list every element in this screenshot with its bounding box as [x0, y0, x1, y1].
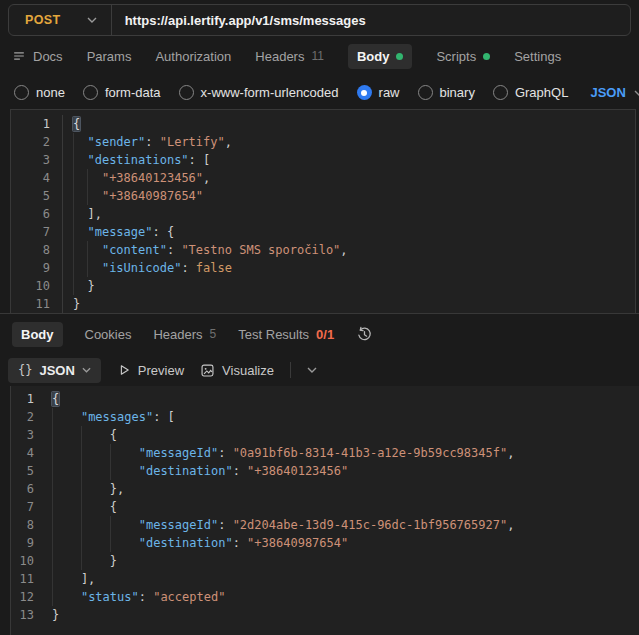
body-type-graphql[interactable]: GraphQL	[493, 85, 568, 100]
response-tab-headers[interactable]: Headers 5	[153, 327, 216, 342]
code-line[interactable]: 5 "+38640987654"	[11, 187, 635, 205]
indent-guide	[110, 534, 111, 552]
indent-guide	[73, 241, 74, 259]
code-line[interactable]: 6 ],	[11, 205, 635, 223]
line-number: 7	[11, 223, 63, 241]
indent-guide	[73, 259, 74, 277]
line-number: 9	[11, 259, 63, 277]
code-line[interactable]: 8 "messageId": "2d204abe-13d9-415c-96dc-…	[11, 516, 639, 534]
code-line[interactable]: 8 "content": "Testno SMS sporočilo",	[11, 241, 635, 259]
response-tab-test-results[interactable]: Test Results 0/1	[238, 327, 334, 342]
line-number: 8	[11, 241, 63, 259]
code-text: {	[52, 426, 639, 444]
indent-guide	[52, 516, 53, 534]
method-selector[interactable]: POST	[9, 5, 111, 35]
radio-icon	[83, 85, 98, 100]
radio-selected-icon	[357, 85, 372, 100]
indent-guide	[110, 516, 111, 534]
radio-icon	[493, 85, 508, 100]
divider	[290, 362, 291, 378]
code-text: {	[52, 390, 639, 408]
code-line[interactable]: 3 "destinations": [	[11, 151, 635, 169]
url-input[interactable]: https://api.lertify.app/v1/sms/messages	[112, 13, 366, 28]
code-line[interactable]: 2 "sender": "Lertify",	[11, 133, 635, 151]
code-text: "messages": [	[52, 408, 639, 426]
indent-guide	[87, 187, 88, 205]
request-body-editor[interactable]: 1{2 "sender": "Lertify",3 "destinations"…	[10, 109, 636, 313]
chevron-down-icon	[307, 367, 317, 373]
response-body-editor[interactable]: 1{2 "messages": [3 {4 "messageId": "0a91…	[10, 386, 639, 635]
tab-headers[interactable]: Headers 11	[255, 49, 324, 64]
code-line[interactable]: 7 "message": {	[11, 223, 635, 241]
indent-guide	[87, 169, 88, 187]
code-line[interactable]: 4 "+38640123456",	[11, 169, 635, 187]
play-icon	[117, 363, 131, 377]
code-text: {	[73, 115, 635, 133]
code-text: "messageId": "2d204abe-13d9-415c-96dc-1b…	[52, 516, 639, 534]
body-type-none[interactable]: none	[14, 85, 65, 100]
preview-button[interactable]: Preview	[117, 363, 184, 378]
headers-count-badge: 11	[311, 49, 323, 63]
code-line[interactable]: 7 {	[11, 498, 639, 516]
test-results-count: 0/1	[316, 327, 334, 342]
indent-guide	[52, 534, 53, 552]
code-text: "+38640987654"	[73, 187, 635, 205]
tab-docs[interactable]: Docs	[12, 49, 63, 64]
response-tab-body[interactable]: Body	[12, 322, 63, 347]
body-type-binary[interactable]: binary	[418, 85, 475, 100]
code-line[interactable]: 2 "messages": [	[11, 408, 639, 426]
indent-guide	[73, 169, 74, 187]
code-text: }	[73, 277, 635, 295]
indent-guide	[73, 133, 74, 151]
tab-scripts[interactable]: Scripts	[436, 49, 490, 64]
raw-language-dropdown[interactable]: JSON	[590, 85, 639, 100]
code-text: "status": "accepted"	[52, 588, 639, 606]
tab-params[interactable]: Params	[87, 49, 132, 64]
code-line[interactable]: 1{	[11, 115, 635, 133]
code-line[interactable]: 3 {	[11, 426, 639, 444]
tab-authorization[interactable]: Authorization	[155, 49, 231, 64]
code-text: ],	[73, 205, 635, 223]
body-type-urlencoded[interactable]: x-www-form-urlencoded	[179, 85, 339, 100]
history-clock-icon	[356, 326, 373, 343]
api-client-window: POST https://api.lertify.app/v1/sms/mess…	[0, 0, 639, 635]
indent-guide	[110, 462, 111, 480]
response-toolbar: {} JSON Preview Visualize	[0, 354, 639, 386]
tab-settings[interactable]: Settings	[514, 49, 561, 64]
body-type-form-data[interactable]: form-data	[83, 85, 161, 100]
code-line[interactable]: 1{	[11, 390, 639, 408]
code-line[interactable]: 9 "isUnicode": false	[11, 259, 635, 277]
code-line[interactable]: 11 ],	[11, 570, 639, 588]
response-tab-cookies[interactable]: Cookies	[85, 327, 132, 342]
code-line[interactable]: 9 "destination": "+38640987654"	[11, 534, 639, 552]
code-line[interactable]: 10 }	[11, 277, 635, 295]
indent-guide	[52, 408, 53, 426]
line-number: 6	[11, 205, 63, 223]
response-format-dropdown[interactable]: {} JSON	[8, 358, 101, 383]
code-text: "isUnicode": false	[73, 259, 635, 277]
body-type-raw[interactable]: raw	[357, 85, 400, 100]
code-line[interactable]: 11}	[11, 295, 635, 313]
indent-guide	[81, 498, 82, 516]
response-history-button[interactable]	[356, 326, 373, 343]
chevron-down-icon	[634, 90, 639, 96]
code-line[interactable]: 13}	[11, 606, 639, 624]
indent-guide	[52, 570, 53, 588]
line-number: 11	[11, 295, 63, 313]
radio-icon	[418, 85, 433, 100]
code-text: "destination": "+38640123456"	[52, 462, 639, 480]
more-options-button[interactable]	[307, 367, 317, 373]
chevron-down-icon	[87, 17, 97, 23]
tab-body[interactable]: Body	[348, 44, 413, 69]
code-line[interactable]: 6 },	[11, 480, 639, 498]
response-headers-count-badge: 5	[210, 327, 217, 341]
line-number: 2	[11, 133, 63, 151]
code-line[interactable]: 4 "messageId": "0a91bf6b-8314-41b3-a12e-…	[11, 444, 639, 462]
code-line[interactable]: 5 "destination": "+38640123456"	[11, 462, 639, 480]
code-text: "destination": "+38640987654"	[52, 534, 639, 552]
code-text: }	[52, 606, 639, 624]
braces-icon: {}	[18, 363, 32, 377]
code-line[interactable]: 10 }	[11, 552, 639, 570]
code-line[interactable]: 12 "status": "accepted"	[11, 588, 639, 606]
visualize-button[interactable]: Visualize	[200, 363, 274, 378]
